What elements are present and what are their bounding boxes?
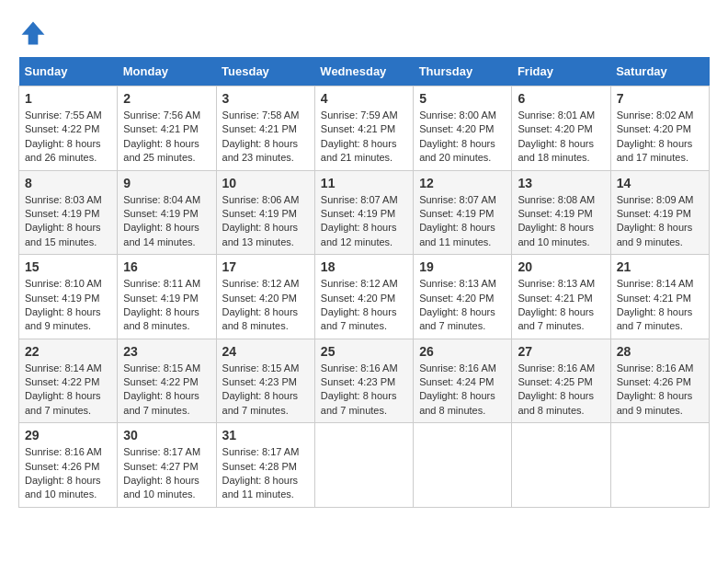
calendar-cell: 15 Sunrise: 8:10 AM Sunset: 4:19 PM Dayl…: [19, 255, 118, 339]
sunrise-label: Sunrise: 8:00 AM: [419, 109, 496, 121]
sunset-label: Sunset: 4:20 PM: [419, 293, 494, 304]
day-number: 8: [25, 176, 111, 190]
calendar-cell: 13 Sunrise: 8:08 AM Sunset: 4:19 PM Dayl…: [512, 170, 610, 255]
daylight-label: Daylight: 8 hours and 18 minutes.: [518, 138, 594, 163]
daylight-label: Daylight: 8 hours and 25 minutes.: [123, 138, 199, 163]
calendar-table: SundayMondayTuesdayWednesdayThursdayFrid…: [18, 57, 710, 508]
sunset-label: Sunset: 4:19 PM: [617, 208, 691, 219]
daylight-label: Daylight: 8 hours and 26 minutes.: [25, 138, 101, 163]
calendar-cell: [610, 423, 709, 508]
calendar-cell: 6 Sunrise: 8:01 AM Sunset: 4:20 PM Dayli…: [512, 86, 610, 171]
sunset-label: Sunset: 4:23 PM: [321, 376, 395, 387]
sunrise-label: Sunrise: 8:01 AM: [518, 109, 595, 121]
day-number: 14: [617, 176, 703, 190]
day-number: 29: [25, 428, 111, 442]
day-number: 18: [321, 259, 407, 274]
day-number: 23: [123, 344, 210, 359]
sunset-label: Sunset: 4:20 PM: [419, 123, 494, 134]
calendar-cell: 31 Sunrise: 8:17 AM Sunset: 4:28 PM Dayl…: [216, 423, 314, 508]
calendar-cell: [414, 423, 512, 508]
calendar-cell: 12 Sunrise: 8:07 AM Sunset: 4:19 PM Dayl…: [414, 170, 512, 255]
sunset-label: Sunset: 4:27 PM: [123, 461, 198, 472]
calendar-week-row: 15 Sunrise: 8:10 AM Sunset: 4:19 PM Dayl…: [19, 255, 710, 339]
daylight-label: Daylight: 8 hours and 23 minutes.: [222, 138, 299, 163]
calendar-cell: 29 Sunrise: 8:16 AM Sunset: 4:26 PM Dayl…: [19, 423, 118, 508]
sunrise-label: Sunrise: 8:12 AM: [222, 278, 300, 289]
sunrise-label: Sunrise: 8:16 AM: [617, 362, 694, 373]
day-number: 5: [419, 91, 506, 106]
day-number: 9: [123, 176, 210, 190]
daylight-label: Daylight: 8 hours and 7 minutes.: [518, 306, 594, 331]
daylight-label: Daylight: 8 hours and 7 minutes.: [222, 390, 299, 415]
sunrise-label: Sunrise: 8:02 AM: [617, 109, 694, 121]
calendar-cell: 14 Sunrise: 8:09 AM Sunset: 4:19 PM Dayl…: [610, 170, 709, 255]
sunrise-label: Sunrise: 8:11 AM: [123, 278, 200, 289]
sunset-label: Sunset: 4:19 PM: [123, 293, 198, 304]
sunset-label: Sunset: 4:26 PM: [25, 461, 99, 472]
sunset-label: Sunset: 4:21 PM: [123, 123, 198, 134]
calendar-cell: 17 Sunrise: 8:12 AM Sunset: 4:20 PM Dayl…: [216, 255, 314, 339]
day-number: 2: [123, 91, 210, 106]
sunrise-label: Sunrise: 8:10 AM: [25, 278, 102, 289]
day-number: 3: [222, 91, 309, 106]
day-number: 22: [25, 344, 111, 359]
sunset-label: Sunset: 4:26 PM: [617, 376, 691, 387]
sunset-label: Sunset: 4:20 PM: [518, 123, 592, 134]
calendar-cell: [512, 423, 610, 508]
daylight-label: Daylight: 8 hours and 7 minutes.: [123, 390, 199, 415]
day-header-thursday: Thursday: [414, 57, 512, 86]
sunset-label: Sunset: 4:21 PM: [222, 123, 297, 134]
daylight-label: Daylight: 8 hours and 14 minutes.: [123, 222, 199, 247]
sunset-label: Sunset: 4:19 PM: [321, 208, 395, 219]
day-header-sunday: Sunday: [19, 57, 118, 86]
sunrise-label: Sunrise: 8:07 AM: [321, 194, 398, 205]
calendar-cell: 2 Sunrise: 7:56 AM Sunset: 4:21 PM Dayli…: [118, 86, 216, 171]
day-number: 28: [617, 344, 703, 359]
day-number: 21: [617, 259, 703, 274]
calendar-week-row: 29 Sunrise: 8:16 AM Sunset: 4:26 PM Dayl…: [19, 423, 710, 508]
sunset-label: Sunset: 4:19 PM: [518, 208, 592, 219]
sunset-label: Sunset: 4:21 PM: [518, 293, 592, 304]
sunrise-label: Sunrise: 8:13 AM: [518, 278, 595, 289]
sunset-label: Sunset: 4:19 PM: [222, 208, 297, 219]
daylight-label: Daylight: 8 hours and 12 minutes.: [321, 222, 397, 247]
sunset-label: Sunset: 4:21 PM: [617, 293, 691, 304]
calendar-cell: 23 Sunrise: 8:15 AM Sunset: 4:22 PM Dayl…: [118, 339, 216, 423]
calendar-cell: 24 Sunrise: 8:15 AM Sunset: 4:23 PM Dayl…: [216, 339, 314, 423]
day-number: 17: [222, 259, 309, 274]
daylight-label: Daylight: 8 hours and 8 minutes.: [419, 390, 495, 415]
calendar-week-row: 8 Sunrise: 8:03 AM Sunset: 4:19 PM Dayli…: [19, 170, 710, 255]
calendar-cell: 21 Sunrise: 8:14 AM Sunset: 4:21 PM Dayl…: [610, 255, 709, 339]
day-number: 25: [321, 344, 407, 359]
sunset-label: Sunset: 4:22 PM: [25, 123, 99, 134]
calendar-cell: 25 Sunrise: 8:16 AM Sunset: 4:23 PM Dayl…: [314, 339, 413, 423]
day-number: 4: [321, 91, 407, 106]
daylight-label: Daylight: 8 hours and 7 minutes.: [321, 306, 397, 331]
day-number: 24: [222, 344, 309, 359]
calendar-cell: 4 Sunrise: 7:59 AM Sunset: 4:21 PM Dayli…: [314, 86, 413, 171]
sunrise-label: Sunrise: 8:16 AM: [518, 362, 595, 373]
day-header-saturday: Saturday: [610, 57, 709, 86]
daylight-label: Daylight: 8 hours and 17 minutes.: [617, 138, 693, 163]
sunset-label: Sunset: 4:24 PM: [419, 376, 494, 387]
daylight-label: Daylight: 8 hours and 9 minutes.: [617, 390, 693, 415]
daylight-label: Daylight: 8 hours and 11 minutes.: [222, 475, 299, 500]
daylight-label: Daylight: 8 hours and 13 minutes.: [222, 222, 299, 247]
calendar-cell: 28 Sunrise: 8:16 AM Sunset: 4:26 PM Dayl…: [610, 339, 709, 423]
sunrise-label: Sunrise: 8:04 AM: [123, 194, 200, 205]
day-number: 30: [123, 428, 210, 442]
calendar-cell: 27 Sunrise: 8:16 AM Sunset: 4:25 PM Dayl…: [512, 339, 610, 423]
sunset-label: Sunset: 4:20 PM: [321, 293, 395, 304]
sunrise-label: Sunrise: 7:58 AM: [222, 109, 300, 121]
day-number: 16: [123, 259, 210, 274]
calendar-week-row: 22 Sunrise: 8:14 AM Sunset: 4:22 PM Dayl…: [19, 339, 710, 423]
sunset-label: Sunset: 4:28 PM: [222, 461, 297, 472]
daylight-label: Daylight: 8 hours and 11 minutes.: [419, 222, 495, 247]
sunset-label: Sunset: 4:19 PM: [25, 208, 99, 219]
daylight-label: Daylight: 8 hours and 10 minutes.: [123, 475, 199, 500]
sunset-label: Sunset: 4:22 PM: [25, 376, 99, 387]
daylight-label: Daylight: 8 hours and 7 minutes.: [25, 390, 101, 415]
calendar-cell: 3 Sunrise: 7:58 AM Sunset: 4:21 PM Dayli…: [216, 86, 314, 171]
daylight-label: Daylight: 8 hours and 21 minutes.: [321, 138, 397, 163]
daylight-label: Daylight: 8 hours and 8 minutes.: [518, 390, 594, 415]
